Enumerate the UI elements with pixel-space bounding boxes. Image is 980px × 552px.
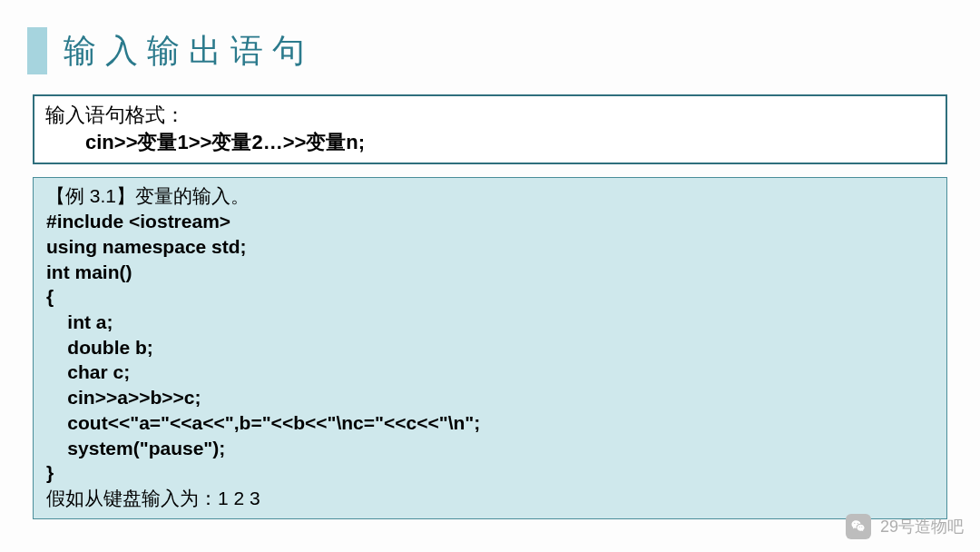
code-line: using namespace std; — [46, 234, 934, 260]
code-line: int main() — [46, 260, 934, 285]
example-footer: 假如从键盘输入为：1 2 3 — [46, 486, 934, 511]
code-line: system("pause"); — [46, 436, 934, 461]
slide-title: 输入输出语句 — [64, 29, 314, 74]
code-line: #include <iostream> — [46, 209, 934, 234]
slide: 输入输出语句 输入语句格式： cin>>变量1>>变量2…>>变量n; 【例 3… — [0, 0, 980, 552]
code-line: double b; — [46, 335, 934, 360]
code-line: } — [46, 460, 934, 486]
code-line: cout<<"a="<<a<<",b="<<b<<"\nc="<<c<<"\n"… — [46, 410, 934, 436]
code-line: int a; — [46, 310, 934, 335]
code-line: char c; — [46, 360, 934, 385]
watermark-text: 29号造物吧 — [880, 516, 964, 537]
wechat-icon — [846, 514, 871, 539]
code-line: { — [46, 284, 934, 310]
input-format-box: 输入语句格式： cin>>变量1>>变量2…>>变量n; — [33, 94, 947, 164]
example-heading: 【例 3.1】变量的输入。 — [46, 183, 934, 209]
title-row: 输入输出语句 — [27, 27, 953, 74]
code-line: cin>>a>>b>>c; — [46, 385, 934, 410]
title-accent-bar — [27, 27, 47, 74]
format-syntax: cin>>变量1>>变量2…>>变量n; — [45, 129, 935, 156]
format-heading: 输入语句格式： — [45, 102, 935, 129]
watermark: 29号造物吧 — [846, 514, 964, 539]
example-box: 【例 3.1】变量的输入。 #include <iostream> using … — [33, 177, 947, 518]
